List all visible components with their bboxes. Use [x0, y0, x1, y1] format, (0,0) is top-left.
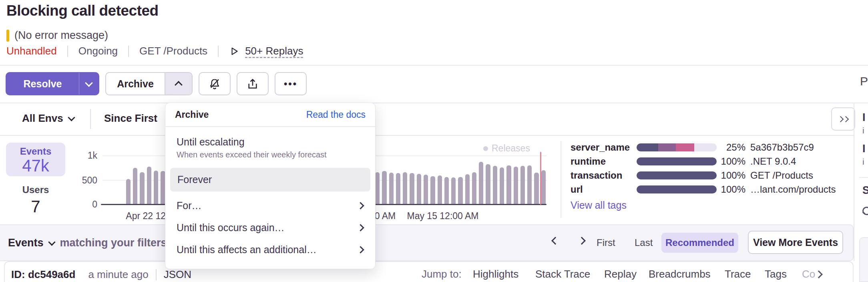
archive-menu-header: Archive Read the docs — [165, 103, 375, 127]
tag-row[interactable]: transaction100%GET /Products — [571, 168, 847, 182]
tag-row[interactable]: server_name25%5a367b3b57c9 — [571, 140, 847, 154]
chart-bar — [154, 171, 158, 205]
chart-bar — [417, 174, 421, 205]
tag-value: GET /Products — [750, 170, 813, 181]
chart-bar — [534, 173, 538, 205]
jump-link-stack-trace[interactable]: Stack Trace — [535, 268, 590, 280]
view-more-events-button[interactable]: View More Events — [748, 231, 843, 254]
environment-label: All Envs — [22, 112, 63, 125]
scroll-links-right-button[interactable] — [816, 272, 822, 279]
issue-badges: Unhandled Ongoing GET /Products 50+ Repl… — [6, 45, 303, 57]
chevron-down-icon — [68, 114, 75, 121]
jump-link-co[interactable]: Co — [802, 268, 815, 280]
level-indicator-bar — [6, 30, 9, 42]
tag-percent: 100% — [717, 184, 745, 195]
events-stat-value: 47k — [6, 156, 65, 175]
transaction-label: GET /Products — [139, 45, 207, 57]
mute-button[interactable] — [199, 72, 231, 95]
tag-distribution-bar — [637, 185, 717, 193]
unhandled-badge: Unhandled — [6, 45, 57, 57]
archive-menu-item-label: Until this affects an additional… — [177, 244, 317, 256]
collapse-sidebar-button[interactable] — [831, 107, 855, 131]
tag-distribution-bar — [637, 143, 717, 151]
chart-bar — [541, 170, 546, 205]
resolve-dropdown-button[interactable] — [79, 73, 98, 95]
users-stat[interactable]: Users 7 — [6, 184, 65, 216]
events-stat-pill[interactable]: Events 47k — [6, 143, 65, 176]
share-button[interactable] — [237, 72, 269, 95]
recommended-toggle[interactable]: Recommended — [661, 233, 738, 253]
tag-bar-segment — [637, 171, 717, 179]
archive-menu-items: Until escalatingWhen events exceed their… — [165, 127, 375, 261]
divider — [156, 269, 157, 280]
resolve-button[interactable]: Resolve — [6, 78, 79, 90]
view-all-tags-link[interactable]: View all tags — [571, 199, 627, 211]
users-stat-value: 7 — [6, 197, 65, 216]
more-options-button[interactable]: ••• — [275, 72, 307, 95]
chevron-right-icon — [357, 224, 364, 231]
clipped-text-fragment: S — [862, 184, 868, 197]
jump-link-trace[interactable]: Trace — [725, 268, 751, 280]
chevron-up-icon — [175, 81, 183, 89]
jump-link-highlights[interactable]: Highlights — [473, 268, 518, 280]
chart-bar — [382, 171, 386, 205]
chart-bar — [520, 166, 525, 205]
archive-menu-item-sublabel: When events exceed their weekly forecast — [177, 150, 327, 159]
json-link[interactable]: JSON — [164, 268, 191, 281]
chart-bar — [527, 165, 532, 205]
environment-selector[interactable]: All Envs — [22, 112, 74, 125]
chevron-right-icon — [578, 237, 586, 245]
upload-icon — [246, 77, 259, 90]
user-icon — [862, 207, 868, 215]
tag-value: .NET 9.0.4 — [750, 156, 796, 167]
archive-menu-item[interactable]: Until this occurs again… — [165, 217, 375, 239]
divider — [218, 46, 219, 57]
resolve-split-button: Resolve — [6, 72, 99, 95]
first-event-button[interactable]: First — [597, 237, 615, 248]
last-event-button[interactable]: Last — [635, 237, 653, 248]
events-filter-selector[interactable]: Events matching your filters — [8, 225, 167, 260]
replays-link[interactable]: 50+ Replays — [229, 45, 303, 57]
chart-bar — [465, 174, 470, 205]
ellipsis-icon: ••• — [284, 78, 297, 89]
event-meta: ID: dc549a6d a minute ago JSON — [11, 268, 191, 281]
tag-key: transaction — [571, 170, 637, 181]
divider — [90, 109, 91, 129]
chart-bar — [493, 166, 497, 205]
jump-link-replay[interactable]: Replay — [604, 268, 637, 280]
archive-dropdown-menu: Archive Read the docs Until escalatingWh… — [165, 103, 376, 269]
chart-bar — [424, 175, 428, 205]
archive-menu-item[interactable]: Forever — [170, 168, 370, 191]
divider — [128, 46, 129, 57]
tag-bar-segment — [676, 143, 694, 151]
previous-event-button[interactable] — [553, 238, 558, 245]
tag-bar-segment — [637, 185, 717, 193]
archive-menu-item[interactable]: For… — [165, 195, 375, 217]
chart-bar — [126, 179, 131, 205]
chart-bar — [375, 172, 380, 205]
divider — [561, 141, 561, 218]
archive-button[interactable]: Archive — [106, 78, 165, 90]
stats-period-tab[interactable]: Since First — [104, 112, 157, 125]
chart-bar — [389, 173, 394, 205]
bell-slash-icon — [208, 77, 221, 90]
archive-menu-item[interactable]: Until escalatingWhen events exceed their… — [165, 131, 375, 165]
next-event-button[interactable] — [579, 238, 585, 245]
archive-dropdown-button[interactable] — [165, 73, 192, 95]
chart-bar — [430, 176, 435, 205]
tag-row[interactable]: url100%…lant.com/products — [571, 182, 847, 196]
chevron-left-icon — [551, 237, 559, 245]
archive-menu-item[interactable]: Until this affects an additional… — [165, 239, 375, 261]
event-timestamp: a minute ago — [88, 268, 148, 281]
users-stat-label: Users — [6, 184, 65, 195]
jump-to-label: Jump to: — [422, 268, 462, 280]
releases-legend-dot — [483, 146, 488, 151]
archive-menu-item-label: For… — [177, 200, 202, 212]
jump-link-tags[interactable]: Tags — [765, 268, 787, 280]
tag-row[interactable]: runtime100%.NET 9.0.4 — [571, 154, 847, 168]
jump-link-breadcrumbs[interactable]: Breadcrumbs — [649, 268, 711, 280]
read-the-docs-link[interactable]: Read the docs — [306, 109, 366, 120]
chart-bar — [472, 172, 476, 205]
chevron-right-icon — [357, 202, 364, 209]
chart-bar — [514, 167, 518, 205]
